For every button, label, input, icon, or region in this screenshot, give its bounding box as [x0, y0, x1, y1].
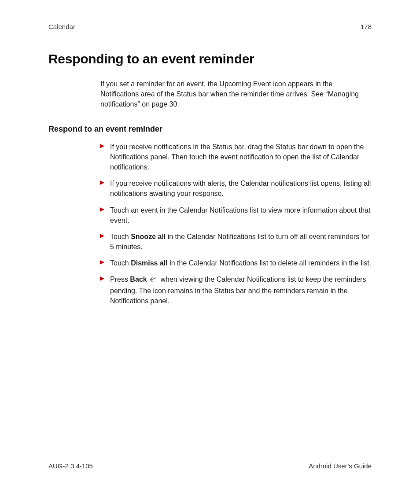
- svg-marker-2: [100, 207, 104, 212]
- list-item-text-post: when viewing the Calendar Notifications …: [110, 276, 366, 304]
- bullet-list: If you receive notifications in the Stat…: [100, 142, 372, 306]
- list-item: Press Back when viewing the Calendar Not…: [100, 274, 372, 306]
- list-item-text-bold: Dismiss all: [131, 259, 168, 267]
- list-item-text: If you receive notifications in the Stat…: [110, 143, 364, 171]
- list-item-text-pre: Touch: [110, 259, 131, 267]
- triangle-bullet-icon: [99, 260, 105, 265]
- page-header: Calendar 178: [48, 23, 372, 30]
- list-item-text-bold: Snooze all: [131, 233, 166, 240]
- header-section: Calendar: [48, 23, 75, 30]
- intro-paragraph: If you set a reminder for an event, the …: [100, 79, 372, 110]
- svg-marker-4: [100, 260, 104, 265]
- back-arrow-icon: [150, 275, 158, 285]
- page-title: Responding to an event reminder: [48, 52, 372, 66]
- list-item-text: Touch an event in the Calendar Notificat…: [110, 206, 370, 224]
- list-item: Touch Snooze all in the Calendar Notific…: [100, 232, 372, 252]
- footer-doc-id: AUG-2.3.4-105: [48, 462, 93, 470]
- svg-marker-0: [100, 144, 104, 148]
- triangle-bullet-icon: [99, 143, 105, 149]
- list-item-text: If you receive notifications with alerts…: [110, 180, 371, 197]
- list-item-text-bold: Back: [130, 276, 147, 283]
- svg-marker-3: [100, 234, 104, 238]
- list-item-text-pre: Press: [110, 276, 130, 283]
- svg-marker-1: [100, 180, 104, 185]
- triangle-bullet-icon: [99, 180, 105, 185]
- header-page-number: 178: [361, 23, 372, 30]
- list-item-text-pre: Touch: [110, 233, 131, 240]
- list-item: If you receive notifications with alerts…: [100, 178, 372, 199]
- list-item-text-post: in the Calendar Notifications list to de…: [168, 259, 371, 267]
- svg-marker-5: [100, 276, 104, 281]
- list-item: Touch Dismiss all in the Calendar Notifi…: [100, 258, 372, 268]
- section-subhead: Respond to an event reminder: [48, 125, 372, 134]
- list-item: Touch an event in the Calendar Notificat…: [100, 205, 372, 225]
- triangle-bullet-icon: [99, 207, 105, 212]
- triangle-bullet-icon: [99, 276, 105, 281]
- page-footer: AUG-2.3.4-105 Android User’s Guide: [48, 462, 372, 470]
- list-item: If you receive notifications in the Stat…: [100, 142, 372, 173]
- footer-doc-title: Android User’s Guide: [309, 462, 372, 470]
- triangle-bullet-icon: [99, 233, 105, 239]
